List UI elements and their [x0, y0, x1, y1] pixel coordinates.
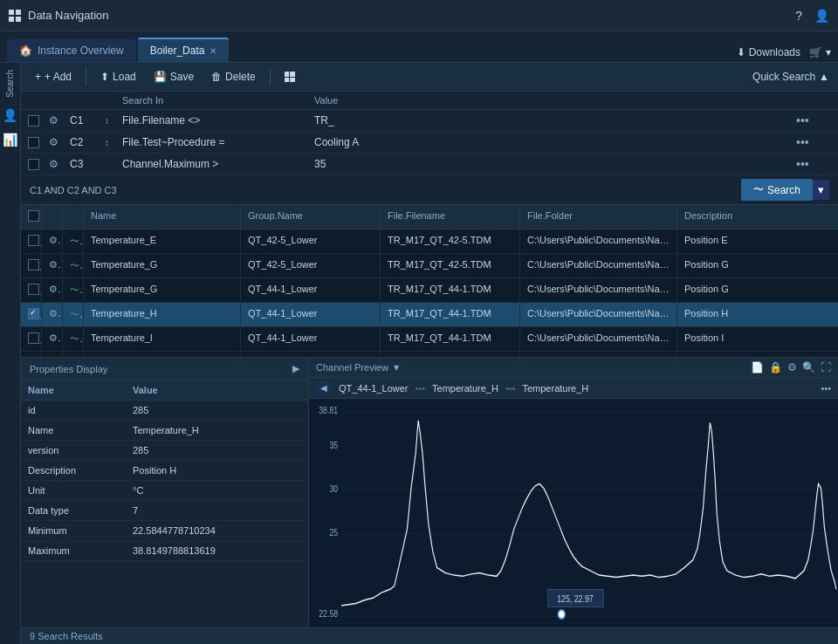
sidebar-icon-1[interactable]: 👤 — [3, 108, 17, 122]
chart-lock-icon[interactable]: 🔒 — [769, 361, 782, 373]
results-row[interactable]: ⚙ 〜 Temperature_G QT_44-1_Lower TR_M17_Q… — [21, 278, 838, 303]
results-cell-desc: Position I — [677, 327, 782, 351]
chart-zoom-icon[interactable]: 🔍 — [802, 361, 815, 373]
search-row-c1-arrow[interactable]: ↕ — [105, 116, 122, 126]
chart-settings-icon[interactable]: ⚙ — [787, 361, 797, 373]
status-text: 9 Search Results — [30, 631, 103, 641]
load-button[interactable]: ⬆ Load — [95, 68, 141, 86]
grid-view-button[interactable] — [279, 69, 300, 85]
search-row-c3-gear[interactable]: ⚙ — [49, 158, 70, 170]
help-icon[interactable]: ? — [795, 9, 802, 23]
sidebar-search-label[interactable]: Search — [5, 70, 15, 98]
downloads-button[interactable]: ⬇ Downloads — [737, 46, 800, 58]
results-cell-gear[interactable]: ⚙ — [42, 230, 63, 253]
results-cell-gear[interactable]: ⚙ — [42, 327, 63, 351]
results-cell-group: QT_42-5_Lower — [241, 254, 381, 277]
prop-value: 22.5844778710234 — [126, 521, 308, 540]
results-cell-wave: 〜 — [63, 327, 84, 351]
quick-search-toggle[interactable]: Quick Search ▲ — [752, 71, 829, 83]
results-row[interactable]: ⚙ 〜 Temperature_I QT_44-1_Lower TR_M17_Q… — [21, 327, 838, 352]
chart-breadcrumb-bar: ◀ QT_44-1_Lower ••• Temperature_H ••• Te… — [309, 378, 838, 399]
results-header-checkbox-input[interactable] — [28, 210, 39, 222]
results-row[interactable]: ⚙ 〜 Temperature_H QT_44-1_Lower TR_M17_Q… — [21, 303, 838, 327]
results-cell-checkbox[interactable] — [21, 254, 42, 277]
result-checkbox-2[interactable] — [28, 284, 39, 295]
search-caret-button[interactable]: ▾ — [813, 180, 829, 200]
results-row[interactable]: ⚙ 〜 Temperature_E QT_42-5_Lower TR_M17_Q… — [21, 230, 838, 254]
separator-1 — [86, 68, 86, 86]
results-area: Name Group.Name File.Filename File.Folde… — [21, 205, 838, 357]
search-row-c1-value: TR_ — [314, 114, 796, 127]
chart-nav-left-icon[interactable]: ◀ — [316, 381, 332, 394]
chart-file-icon[interactable]: 📄 — [751, 361, 764, 373]
search-wave-icon: 〜 — [753, 182, 764, 197]
search-button-group: 〜 Search ▾ — [741, 179, 829, 201]
cart-caret: ▾ — [826, 46, 831, 58]
results-cell-group: QT_44-1_Lower — [241, 303, 381, 326]
prop-row: version 285 — [21, 441, 308, 461]
search-header-searchin-col: Search In — [122, 95, 314, 106]
search-row-c1-gear[interactable]: ⚙ — [49, 114, 70, 127]
search-row-c2-field: File.Test~Procedure = — [122, 136, 314, 148]
svg-text:35: 35 — [329, 440, 338, 450]
results-cell-filename: TR_M17_QT_42-5.TDM — [381, 230, 520, 253]
save-icon: 💾 — [154, 71, 167, 83]
search-button[interactable]: 〜 Search — [741, 179, 813, 201]
results-row[interactable]: ⚙ 〜 Temperature_G QT_42-5_Lower TR_M17_Q… — [21, 254, 838, 278]
tab-instance-overview[interactable]: 🏠 Instance Overview — [7, 39, 136, 62]
svg-text:30: 30 — [329, 483, 338, 494]
result-checkbox-4[interactable] — [28, 332, 39, 344]
results-cell-checkbox[interactable] — [21, 327, 42, 351]
tab-boiler-data[interactable]: Boiler_Data ✕ — [138, 38, 230, 62]
save-button[interactable]: 💾 Save — [148, 68, 199, 86]
toolbar-left: + + Add ⬆ Load 💾 Save 🗑 Delete — [30, 68, 300, 86]
results-cell-gear[interactable]: ⚙ — [42, 303, 63, 326]
svg-text:22.58: 22.58 — [319, 608, 338, 619]
chart-expand-icon[interactable]: ⛶ — [821, 361, 831, 373]
cart-button[interactable]: 🛒 ▾ — [809, 46, 831, 58]
search-row-c1-checkbox[interactable] — [28, 115, 39, 127]
separator-2 — [270, 68, 271, 86]
cart-icon: 🛒 — [809, 46, 822, 58]
result-checkbox-1[interactable] — [28, 259, 39, 271]
search-row-c1-dots[interactable]: ••• — [796, 113, 831, 127]
search-row-c3-dots[interactable]: ••• — [796, 157, 831, 171]
results-cell-folder: C:\Users\Public\Documents\Nati... — [520, 278, 677, 302]
search-row-c3-field: Channel.Maximum > — [122, 158, 314, 170]
main-layout: Search 👤 📊 + + Add ⬆ Load 💾 Save — [0, 63, 838, 644]
results-cell-checkbox[interactable] — [21, 303, 42, 326]
result-checkbox-3[interactable] — [28, 308, 39, 319]
results-cell-checkbox[interactable] — [21, 230, 42, 253]
search-row-c3-id: C3 — [70, 158, 105, 170]
results-cell-gear[interactable]: ⚙ — [42, 278, 63, 302]
add-button[interactable]: + + Add — [30, 68, 77, 86]
prop-row: id 285 — [21, 401, 308, 421]
results-cell-folder: C:\Users\Public\Documents\Nati... — [520, 303, 677, 326]
search-row-c3-checkbox[interactable] — [28, 159, 39, 170]
status-bar: 9 Search Results — [21, 627, 838, 644]
sidebar-icon-2[interactable]: 📊 — [3, 133, 17, 147]
tab-close-icon[interactable]: ✕ — [210, 46, 216, 56]
prop-value: 285 — [126, 441, 308, 460]
results-cell-checkbox[interactable] — [21, 278, 42, 302]
results-cell-gear[interactable]: ⚙ — [42, 254, 63, 277]
prop-value: 285 — [126, 401, 308, 420]
chart-caret[interactable]: ▾ — [394, 361, 399, 373]
prop-value: 7 — [126, 501, 308, 520]
tab-bar-right: ⬇ Downloads 🛒 ▾ — [737, 46, 831, 62]
search-row-c1-field: File.Filename <> — [122, 114, 314, 127]
delete-button[interactable]: 🗑 Delete — [206, 68, 261, 86]
search-row-c2-gear[interactable]: ⚙ — [49, 136, 70, 148]
chart-breadcrumb-item-2: Temperature_H — [522, 383, 588, 394]
tab-bar: 🏠 Instance Overview Boiler_Data ✕ ⬇ Down… — [0, 31, 838, 63]
prop-value: Position H — [126, 461, 308, 480]
chart-breadcrumb-sep-2: ••• — [505, 383, 516, 394]
result-checkbox-0[interactable] — [28, 235, 39, 246]
user-icon[interactable]: 👤 — [814, 9, 829, 23]
search-row-c2-arrow[interactable]: ↕ — [105, 138, 122, 147]
app-grid-icon[interactable] — [9, 10, 21, 22]
search-row-c2-dots[interactable]: ••• — [796, 135, 831, 149]
chart-breadcrumb-more[interactable]: ••• — [821, 383, 831, 394]
search-row-c2-checkbox[interactable] — [28, 137, 39, 148]
properties-expand-icon[interactable]: ▶ — [292, 363, 299, 374]
